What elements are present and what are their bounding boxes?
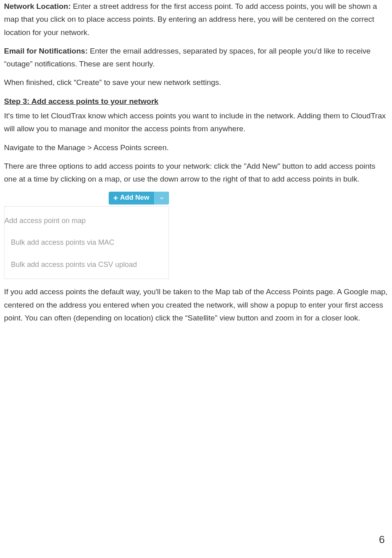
heading-step-3: Step 3: Add access points to your networ… bbox=[4, 95, 388, 108]
add-new-caret[interactable] bbox=[155, 192, 169, 205]
plus-icon: + bbox=[113, 194, 118, 202]
add-new-main[interactable]: + Add New bbox=[109, 192, 155, 205]
dropdown-header: + Add New bbox=[4, 192, 169, 205]
paragraph-when-finished: When finished, click “Create” to save yo… bbox=[4, 76, 388, 89]
dropdown-menu: Add access point on map Bulk add access … bbox=[4, 206, 169, 279]
add-new-button[interactable]: + Add New bbox=[109, 192, 169, 205]
paragraph-network-location: Network Location: Enter a street address… bbox=[4, 0, 388, 39]
document-content: Network Location: Enter a street address… bbox=[4, 0, 388, 324]
dropdown-screenshot: + Add New Add access point on map Bulk a… bbox=[4, 192, 169, 279]
paragraph-email-notifications: Email for Notifications: Enter the email… bbox=[4, 45, 388, 71]
dropdown-item-csv[interactable]: Bulk add access points via CSV upload bbox=[4, 254, 169, 276]
dropdown-item-mac[interactable]: Bulk add access points via MAC bbox=[4, 231, 169, 254]
paragraph-default-way: If you add access points the default way… bbox=[4, 285, 388, 324]
page-number: 6 bbox=[379, 533, 385, 546]
paragraph-three-options: There are three options to add access po… bbox=[4, 160, 388, 186]
dropdown-item-map[interactable]: Add access point on map bbox=[3, 210, 169, 232]
chevron-down-icon bbox=[159, 195, 165, 201]
paragraph-cloudtrax-intro: It's time to let CloudTrax know which ac… bbox=[4, 110, 388, 136]
label-network-location: Network Location: bbox=[4, 2, 73, 10]
add-new-label: Add New bbox=[120, 192, 149, 204]
paragraph-navigate: Navigate to the Manage > Access Points s… bbox=[4, 141, 388, 154]
label-email-notifications: Email for Notifications: bbox=[4, 47, 90, 55]
